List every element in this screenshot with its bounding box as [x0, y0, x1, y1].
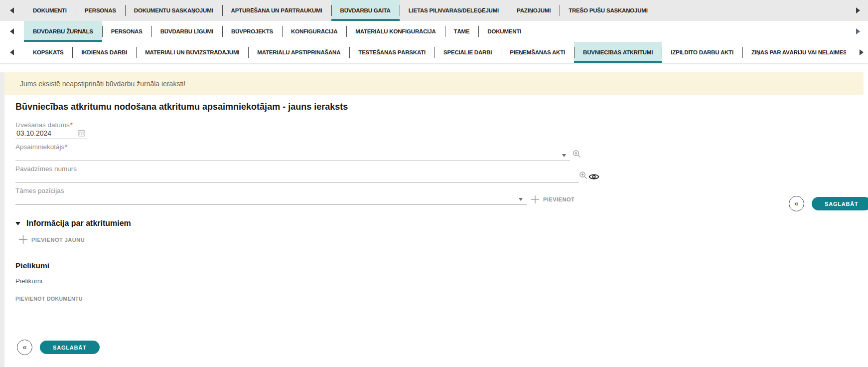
journaltab-buvniecibas-atkritumi[interactable]: BŪVNIECĪBAS ATKRITUMI [574, 42, 662, 63]
subtab-materialu-konfiguracija[interactable]: MATERIĀLU KONFIGURĀCIJA [346, 21, 444, 42]
sub-nav-tabs: BŪVDARBU ŽURNĀLS PERSONAS BŪVDARBU LĪGUM… [24, 21, 530, 42]
journalnav-scroll-right-button[interactable] [855, 42, 868, 63]
subnav-scroll-left-button[interactable] [0, 21, 24, 42]
apsaimniekotajs-field: Apsaimniekotājs* [15, 143, 868, 161]
subtab-buvdarbu-zurnals[interactable]: BŪVDARBU ŽURNĀLS [24, 21, 102, 42]
journaltab-izpildito-darbu-akti[interactable]: IZPILDĪTO DARBU AKTI [662, 42, 742, 63]
journalnav-scroll-left-button[interactable] [0, 42, 24, 63]
journaltab-materialu-apstiprinasana[interactable]: MATERIĀLU APSTIPRINĀŠANA [248, 42, 349, 63]
nav-scroll-left-button[interactable] [0, 0, 24, 21]
journaltab-ikdienas-darbi[interactable]: IKDIENAS DARBI [72, 42, 136, 63]
tames-pozicijas-input[interactable] [15, 195, 527, 204]
zoom-in-search-icon[interactable] [573, 150, 581, 158]
pielikumi-heading: Pielikumi [15, 261, 868, 270]
tab-apturesana-un-partraukumi[interactable]: APTURĒŠANA UN PĀRTRAUKUMI [222, 0, 331, 21]
pievienot-button[interactable]: PIEVIENOT [531, 195, 575, 205]
izvesanas-datums-input[interactable] [15, 129, 87, 139]
required-marker: * [70, 121, 73, 129]
calendar-icon[interactable] [78, 129, 85, 137]
apsaimniekotajs-label: Apsaimniekotājs [15, 143, 64, 151]
top-action-bar: « SAGLABĀT [789, 196, 868, 211]
required-marker: * [65, 143, 67, 151]
tab-buvdarbu-gaita[interactable]: BŪVDARBU GAITA [331, 0, 400, 21]
journaltab-zinas-par-avariju[interactable]: ZIŅAS PAR AVĀRIJU VAI NELAIMES GADĪJUMU [742, 42, 855, 63]
journaltab-testesanas-parskati[interactable]: TESTĒŠANAS PĀRSKATI [349, 42, 434, 63]
nav-scroll-right-button[interactable] [848, 0, 868, 21]
tab-dokumentu-saskanojumi[interactable]: DOKUMENTU SASKAŅOJUMI [125, 0, 222, 21]
subtab-buvprojekts[interactable]: BŪVPROJEKTS [222, 21, 282, 42]
journal-nav-tabs: KOPSKATS IKDIENAS DARBI MATERIĀLI UN BŪV… [24, 42, 855, 63]
top-nav: DOKUMENTI PERSONAS DOKUMENTU SASKAŅOJUMI… [0, 0, 868, 21]
tab-personas[interactable]: PERSONAS [76, 0, 125, 21]
izvesanas-datums-field: Izvešanas datums* [15, 121, 868, 139]
double-chevron-left-icon: « [22, 343, 26, 351]
eye-icon[interactable] [588, 173, 599, 181]
subnav-scroll-right-button[interactable] [848, 21, 868, 42]
journaltab-materiali-un-buvizstradajumi[interactable]: MATERIĀLI UN BŪVIZSTRĀDĀJUMI [136, 42, 248, 63]
subtab-personas[interactable]: PERSONAS [102, 21, 151, 42]
sub-nav: BŪVDARBU ŽURNĀLS PERSONAS BŪVDARBU LĪGUM… [0, 21, 868, 42]
notice-banner: Jums eksistē neapstiprināti būvdarbu žur… [4, 72, 864, 95]
pielikumi-label: Pielikumi [15, 277, 868, 285]
izvesanas-datums-label: Izvešanas datums [15, 121, 70, 129]
section-informacija-par-atkritumiem: Informācija par atkritumiem [15, 219, 868, 228]
zoom-in-search-icon[interactable] [579, 171, 587, 180]
subtab-dokumenti[interactable]: DOKUMENTI [478, 21, 530, 42]
dropdown-caret-icon[interactable] [562, 154, 566, 157]
chevron-right-icon [856, 7, 860, 13]
plus-icon [531, 195, 540, 204]
top-nav-tabs: DOKUMENTI PERSONAS DOKUMENTU SASKAŅOJUMI… [24, 0, 657, 21]
page-title: Būvniecības atkritumu nodošana atkritumu… [15, 102, 868, 112]
main-content: Būvniecības atkritumu nodošana atkritumu… [4, 95, 868, 355]
subtab-konfiguracija[interactable]: KONFIGURĀCIJA [282, 21, 346, 42]
pievienot-jaunu-button[interactable]: PIEVIENOT JAUNU [18, 235, 868, 244]
chevron-left-icon [10, 7, 14, 13]
chevron-left-icon [10, 28, 14, 34]
journaltab-pienemsanas-akti[interactable]: PIEŅEMŠANAS AKTI [501, 42, 574, 63]
back-button[interactable]: « [789, 196, 804, 211]
tab-pazinojumi[interactable]: PAZIŅOJUMI [508, 0, 560, 21]
chevron-right-icon [856, 28, 860, 34]
subtab-buvdarbu-ligumi[interactable]: BŪVDARBU LĪGUMI [151, 21, 222, 42]
saglabat-button[interactable]: SAGLABĀT [40, 341, 100, 354]
dropdown-caret-icon[interactable] [519, 198, 523, 201]
bottom-action-bar: « SAGLABĀT [17, 340, 868, 355]
plus-icon [18, 235, 28, 244]
back-button[interactable]: « [17, 340, 32, 355]
tames-pozicijas-field: Tāmes pozīcijas PIEVIENOT [15, 187, 868, 205]
journal-nav: KOPSKATS IKDIENAS DARBI MATERIĀLI UN BŪV… [0, 42, 868, 63]
page-body: Jums eksistē neapstiprināti būvdarbu žur… [0, 72, 868, 367]
apsaimniekotajs-input[interactable] [15, 151, 570, 161]
tab-lietas-pilnvaras-delegejumi[interactable]: LIETAS PILNVARAS/DELEĢĒJUMI [400, 0, 508, 21]
chevron-left-icon [10, 49, 14, 55]
subtab-tame[interactable]: TĀME [445, 21, 479, 42]
pavadzimes-numurs-input[interactable] [15, 173, 579, 183]
journaltab-specialie-darbi[interactable]: SPECIĀLIE DARBI [434, 42, 501, 63]
journaltab-kopskats[interactable]: KOPSKATS [24, 42, 72, 63]
collapse-caret-icon[interactable] [15, 222, 20, 225]
saglabat-button[interactable]: SAGLABĀT [812, 197, 868, 210]
header: DOKUMENTI PERSONAS DOKUMENTU SASKAŅOJUMI… [0, 0, 868, 63]
pavadzimes-numurs-field: Pavadzīmes numurs [15, 165, 868, 183]
double-chevron-left-icon: « [794, 199, 798, 207]
tames-pozicijas-label: Tāmes pozīcijas [15, 187, 868, 195]
tab-treso-pusu-saskanojumi[interactable]: TREŠO PUŠU SASKAŅOJUMI [560, 0, 657, 21]
pievienot-dokumentu-button[interactable]: PIEVIENOT DOKUMENTU [15, 296, 83, 302]
pavadzimes-numurs-label: Pavadzīmes numurs [15, 165, 868, 173]
section-title: Informācija par atkritumiem [26, 219, 131, 228]
chevron-right-icon [860, 49, 864, 55]
notice-text: Jums eksistē neapstiprināti būvdarbu žur… [20, 80, 185, 88]
tab-dokumenti[interactable]: DOKUMENTI [24, 0, 76, 21]
